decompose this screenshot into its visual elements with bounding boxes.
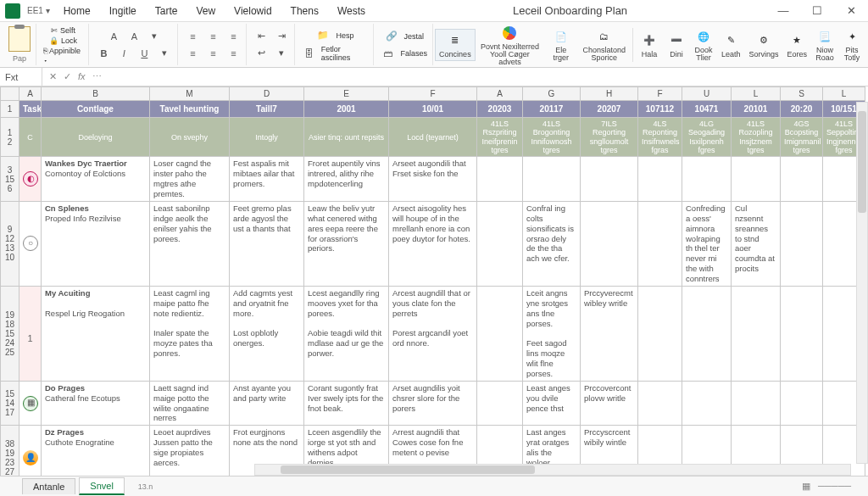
leath-btn[interactable]: ✎Leath [718, 30, 744, 60]
dook-btn[interactable]: 🌐Dook Tlier [691, 25, 716, 64]
povnt-btn[interactable]: Povnt Nexilterred Yooll Cøger advets [477, 22, 543, 68]
eores-btn[interactable]: ★Eores [783, 30, 810, 60]
align-group: ≡ ≡ ≡ ≡ ≡ ≡ [180, 24, 247, 65]
sheet-tab[interactable]: 13.n [128, 480, 164, 493]
font-group: A A ▾ B I U ▾ [91, 24, 178, 65]
doc-icon: 📄 [552, 27, 570, 46]
h-scroll-thumb[interactable] [281, 465, 535, 474]
underline-btn[interactable]: U [136, 46, 152, 61]
folder-icon[interactable]: 📁 [315, 28, 331, 43]
archive-icon[interactable]: 🗄 [302, 46, 315, 61]
fill-btn[interactable]: ▾ [157, 46, 172, 61]
link-icon[interactable]: 🔗 [384, 29, 399, 44]
table-row: 9121310 ○ Cn SplenesProped Info Rezilvis… [1, 201, 865, 286]
help-label[interactable]: Hesp [336, 31, 353, 40]
align-br[interactable]: ≡ [225, 46, 241, 61]
name-box[interactable]: Fxt [0, 68, 42, 86]
cut-btn[interactable]: ✄ Selft [51, 26, 75, 35]
falases-label[interactable]: Falases [401, 49, 428, 58]
savings-btn[interactable]: ⚙Sorvings [745, 30, 782, 60]
eletrger-btn[interactable]: 📄Ele trger [544, 25, 577, 64]
align-tl[interactable]: ≡ [185, 29, 200, 44]
pits-btn[interactable]: ✦Pits Totly [839, 25, 865, 64]
sheet-tabs: Antanle Snvel 13.n ▦ ───── [0, 476, 868, 496]
paste-label: Pap [13, 54, 26, 63]
wrap-btn[interactable]: ↩ [253, 46, 269, 61]
table-row: 3156 ◐ Wankes Dyc TraertiorComontoy of E… [1, 157, 865, 202]
maximize-button[interactable]: ☐ [800, 0, 834, 22]
ribbon: Pap ✄ Selft 🔒 Lock ⎘ Appinible ▾ A A ▾ B… [0, 22, 868, 68]
header-row-1: 1 Task:ContlageTavel heuntingTaill7 2001… [1, 101, 865, 118]
star-icon: ★ [787, 31, 806, 50]
chart-icon [500, 24, 519, 42]
italic-btn[interactable]: I [116, 46, 131, 61]
column-headers[interactable]: ABM DEF AGH FUL SL [1, 87, 865, 101]
close-button[interactable]: ✕ [834, 0, 868, 22]
horizontal-scrollbar[interactable] [254, 464, 851, 476]
menu-thens[interactable]: Thens [282, 2, 327, 20]
chonsl-btn[interactable]: 🗂Chonslatond Sporice [579, 25, 629, 64]
titlebar: EE1 ▾ Home Ingitle Tarte Vew Vielowid Th… [0, 0, 868, 22]
green-icon: ▦ [23, 396, 38, 411]
align-tc[interactable]: ≡ [205, 29, 220, 44]
lock-btn[interactable]: 🔒 Lock [49, 36, 77, 45]
page-icon: 📃 [815, 27, 834, 46]
table-row: 1918152425 1 My AcuitingRespel Lrig Reog… [1, 286, 865, 381]
font-a2-btn[interactable]: A [126, 29, 142, 44]
number-icon: 1 [23, 333, 37, 345]
sheet-tab[interactable]: Antanle [22, 478, 75, 494]
align-bc[interactable]: ≡ [205, 46, 220, 61]
menu-vielowid[interactable]: Vielowid [225, 2, 280, 20]
fetlor-label[interactable]: Fetlor ascilines [321, 45, 368, 62]
menu-vew[interactable]: Vew [187, 2, 224, 20]
font-size-btn[interactable]: ▾ [147, 29, 162, 44]
sparkle-icon: ✦ [843, 27, 861, 46]
globe-icon: 🌐 [694, 27, 713, 46]
niow-btn[interactable]: 📃Niow Roao [812, 25, 837, 64]
menu-ingitle[interactable]: Ingitle [101, 2, 145, 20]
circle-icon: ○ [23, 236, 38, 251]
bold-btn[interactable]: B [96, 46, 111, 61]
sheet-tab-active[interactable]: Snvel [79, 477, 125, 495]
table-row: 151417 ▦ Do PragesCatheral fne Ecotups L… [1, 381, 865, 426]
fx-check[interactable]: ✓ [64, 71, 71, 82]
paste-icon[interactable] [8, 26, 31, 52]
v-scroll-thumb[interactable] [858, 111, 866, 213]
header-row-2: 12 CDoeloyingOn svephyIntogly Asier tinq… [1, 118, 865, 157]
indent-inc[interactable]: ⇥ [274, 29, 289, 44]
fx-cancel[interactable]: ✕ [49, 71, 57, 82]
menu-home[interactable]: Home [55, 2, 99, 20]
fx-icon[interactable]: fx [78, 71, 86, 82]
window-title: Leceil Onboarding Plan [374, 4, 766, 17]
align-tr[interactable]: ≡ [225, 29, 241, 44]
pencil-icon: ✎ [721, 31, 740, 50]
menu-wests[interactable]: Wests [329, 2, 374, 20]
merge-btn[interactable]: ▾ [274, 46, 289, 61]
app-icon [5, 3, 20, 19]
quick-group: 📁 Hesp 🗄 Fetlor ascilines [297, 24, 373, 65]
indent-dec[interactable]: ⇤ [253, 29, 269, 44]
view-buttons[interactable]: ▦ ───── [785, 481, 868, 492]
concines-icon: ≣ [446, 31, 465, 50]
jestal-label[interactable]: Jestal [404, 32, 425, 41]
menu-tarte[interactable]: Tarte [147, 2, 186, 20]
row-icon-cell: ◐ [19, 157, 42, 202]
cell-ref: EE1 ▾ [27, 6, 50, 15]
dini-btn[interactable]: ➖Dini [664, 30, 689, 60]
vertical-scrollbar[interactable] [856, 102, 868, 464]
formula-bar: Fxt ✕ ✓ fx ⋯ [0, 68, 868, 86]
concines-btn[interactable]: ≣ Concines [435, 29, 476, 61]
indent-group: ⇤⇥ ↩▾ [248, 24, 295, 65]
fx-more[interactable]: ⋯ [92, 71, 102, 82]
font-a-btn[interactable]: A [106, 29, 121, 44]
minimize-button[interactable]: — [766, 0, 800, 22]
person-icon: 👤 [23, 450, 38, 465]
spreadsheet-grid[interactable]: ABM DEF AGH FUL SL 1 Task:ContlageTavel … [0, 86, 868, 476]
pink-icon: ◐ [23, 171, 38, 187]
clipboard-group: ✄ Selft 🔒 Lock ⎘ Appinible ▾ [38, 24, 89, 65]
align-bl[interactable]: ≡ [185, 46, 200, 61]
hala-btn[interactable]: ➕Hala [637, 30, 662, 60]
minus-icon: ➖ [667, 31, 686, 50]
appinible-btn[interactable]: ⎘ Appinible ▾ [43, 47, 83, 64]
db-icon[interactable]: 🗃 [381, 46, 396, 61]
